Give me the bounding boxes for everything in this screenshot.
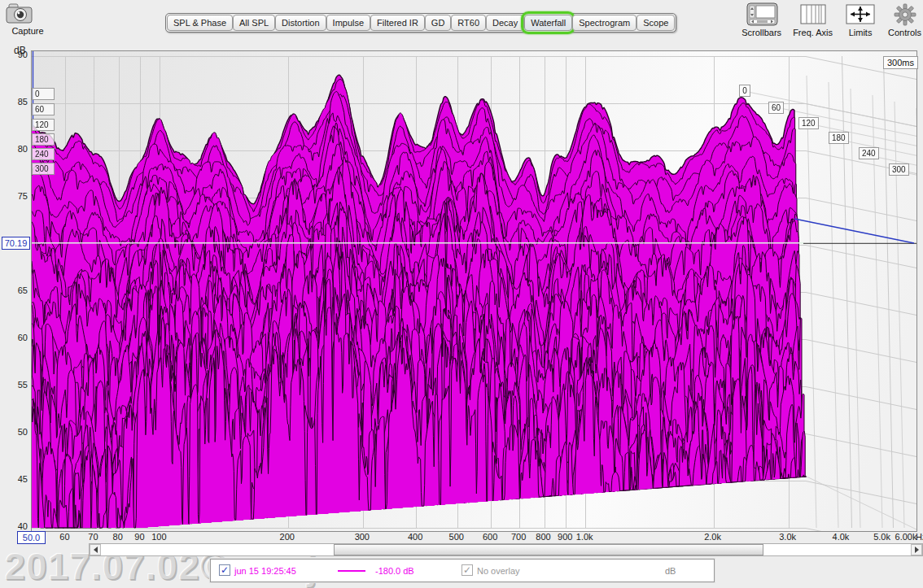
tab-gd[interactable]: GD bbox=[425, 15, 452, 31]
x-tick-200: 200 bbox=[269, 532, 305, 542]
gear-icon bbox=[893, 2, 917, 27]
time-label-right-180: 180 bbox=[829, 132, 849, 144]
scrollbars-icon bbox=[745, 2, 779, 27]
measurement-checkbox[interactable]: ✓ bbox=[219, 564, 230, 576]
tab-impulse[interactable]: Impulse bbox=[326, 15, 371, 31]
y-tick-75: 75 bbox=[2, 191, 28, 201]
x-tick-4.0k: 4.0k bbox=[823, 532, 859, 542]
scrollbars-tool[interactable]: Scrollbars bbox=[741, 2, 781, 37]
y-tick-55: 55 bbox=[2, 380, 28, 390]
measurement-label: jun 15 19:25:45 bbox=[234, 566, 296, 576]
legend-unit: dB bbox=[665, 566, 676, 576]
time-label-right-60: 60 bbox=[768, 102, 784, 114]
limits-label: Limits bbox=[849, 28, 873, 37]
waterfall-canvas[interactable] bbox=[32, 51, 916, 531]
db-cursor-readout: 70.19 bbox=[2, 237, 30, 250]
tab-waterfall[interactable]: Waterfall bbox=[524, 15, 572, 31]
left-arrow-icon bbox=[94, 547, 98, 553]
scroll-right-button[interactable] bbox=[911, 544, 922, 555]
time-label-left-240: 240 bbox=[32, 148, 55, 160]
time-label-left-60: 60 bbox=[32, 103, 55, 115]
x-tick-3.0k: 3.0k bbox=[770, 532, 806, 542]
y-tick-80: 80 bbox=[2, 144, 28, 154]
x-tick-100: 100 bbox=[141, 532, 177, 542]
right-arrow-icon bbox=[915, 547, 919, 553]
controls-tool[interactable]: Controls bbox=[888, 2, 921, 37]
scrollbar-thumb[interactable] bbox=[334, 544, 763, 555]
freq-axis-label: Freq. Axis bbox=[793, 28, 833, 37]
scroll-left-button[interactable] bbox=[90, 544, 101, 555]
time-label-left-180: 180 bbox=[32, 133, 55, 146]
measurement-legend-panel: ✓ jun 15 19:25:45 -180.0 dB ✓ No overlay… bbox=[210, 559, 715, 582]
y-tick-45: 45 bbox=[2, 474, 28, 484]
y-tick-50: 50 bbox=[2, 427, 28, 437]
time-label-left-300: 300 bbox=[32, 163, 55, 175]
time-label-right-300: 300 bbox=[889, 163, 909, 176]
time-label-right-0: 0 bbox=[739, 85, 750, 97]
tab-rt60[interactable]: RT60 bbox=[451, 15, 486, 31]
camera-icon bbox=[5, 2, 34, 25]
graph-tabstrip: SPL & PhaseAll SPLDistortionImpulseFilte… bbox=[165, 13, 676, 33]
freq-cursor-readout: 50.0 bbox=[17, 531, 46, 544]
toolbar-right-tools: Scrollbars Freq. Axis Limits bbox=[741, 2, 921, 37]
horizontal-scrollbar[interactable] bbox=[89, 543, 923, 556]
x-tick-500: 500 bbox=[439, 532, 475, 542]
capture-label: Capture bbox=[5, 26, 50, 36]
time-label-left-120: 120 bbox=[32, 119, 55, 131]
measurement-level: -180.0 dB bbox=[375, 566, 413, 576]
controls-label: Controls bbox=[888, 28, 921, 37]
x-tick-2.0k: 2.0k bbox=[695, 532, 731, 542]
x-tick-300: 300 bbox=[344, 532, 380, 542]
y-tick-90: 90 bbox=[2, 50, 28, 59]
no-overlay-checkbox[interactable]: ✓ bbox=[462, 564, 473, 576]
time-label-right-120: 120 bbox=[798, 117, 819, 129]
tab-all-spl[interactable]: All SPL bbox=[233, 15, 275, 31]
tab-filtered-ir[interactable]: Filtered IR bbox=[370, 15, 425, 31]
tab-decay[interactable]: Decay bbox=[486, 15, 524, 31]
time-window-badge: 300ms bbox=[883, 56, 918, 69]
tab-distortion[interactable]: Distortion bbox=[275, 15, 326, 31]
y-tick-85: 85 bbox=[2, 97, 28, 107]
waterfall-plot[interactable] bbox=[31, 50, 917, 532]
y-tick-40: 40 bbox=[2, 521, 28, 531]
limits-tool[interactable]: Limits bbox=[844, 2, 877, 37]
time-label-left-0: 0 bbox=[32, 88, 55, 100]
x-tick-400: 400 bbox=[397, 532, 433, 542]
x-tick-1.0k: 1.0k bbox=[566, 532, 602, 542]
tab-spl-phase[interactable]: SPL & Phase bbox=[167, 15, 233, 31]
freq-axis-icon bbox=[798, 2, 828, 27]
scrollbars-label: Scrollbars bbox=[741, 28, 781, 37]
active-tab-highlight-ring bbox=[521, 11, 575, 34]
capture-button[interactable]: Capture bbox=[5, 2, 50, 36]
tab-spectrogram[interactable]: Spectrogram bbox=[572, 15, 636, 31]
limits-icon bbox=[844, 2, 877, 27]
freq-axis-tool[interactable]: Freq. Axis bbox=[793, 2, 833, 37]
time-label-right-240: 240 bbox=[859, 147, 879, 159]
y-tick-65: 65 bbox=[2, 285, 28, 295]
measurement-trace-swatch bbox=[338, 570, 365, 572]
y-tick-60: 60 bbox=[2, 333, 28, 342]
no-overlay-label: No overlay bbox=[477, 566, 520, 576]
x-axis-unit: Hz bbox=[916, 532, 923, 542]
tab-scope[interactable]: Scope bbox=[636, 15, 675, 31]
